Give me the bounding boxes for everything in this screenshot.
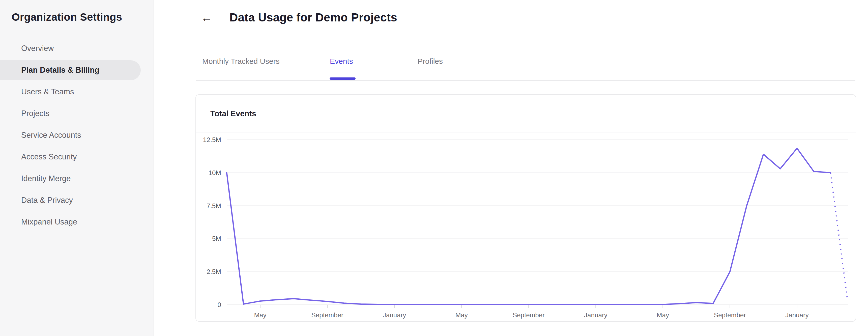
x-axis-label: September [714, 311, 746, 319]
y-axis-label: 5M [212, 235, 221, 242]
y-axis-label: 2.5M [207, 268, 221, 275]
x-axis-label: May [254, 311, 266, 319]
chart-svg: 12.5M10M7.5M5M2.5M0MaySeptemberJanuaryMa… [196, 133, 856, 321]
sidebar-item-data-privacy[interactable]: Data & Privacy [0, 189, 154, 211]
page-title: Data Usage for Demo Projects [229, 10, 397, 24]
y-axis-label: 7.5M [207, 202, 221, 210]
sidebar-item-projects[interactable]: Projects [0, 103, 154, 124]
total-events-projected-dotted-line [830, 173, 847, 299]
total-events-line [227, 148, 831, 304]
x-axis-label: January [383, 311, 406, 319]
y-axis-label: 10M [208, 169, 221, 177]
total-events-card: Total Events 12.5M10M7.5M5M2.5M0MaySepte… [195, 94, 856, 322]
tab-events[interactable]: Events [330, 57, 353, 66]
sidebar-item-identity-merge[interactable]: Identity Merge [0, 168, 154, 189]
sidebar: Organization Settings Overview Plan Deta… [0, 0, 154, 336]
sidebar-item-mixpanel-usage[interactable]: Mixpanel Usage [0, 211, 154, 233]
x-axis-label: January [785, 311, 809, 319]
tab-monthly-tracked-users[interactable]: Monthly Tracked Users [202, 57, 280, 66]
sidebar-title: Organization Settings [11, 11, 122, 23]
active-tab-underline [330, 78, 355, 80]
x-axis-label: September [513, 311, 545, 319]
sidebar-item-access-security[interactable]: Access Security [0, 146, 154, 168]
sidebar-item-service-accounts[interactable]: Service Accounts [0, 124, 154, 146]
sidebar-item-users-teams[interactable]: Users & Teams [0, 81, 154, 103]
sidebar-nav: Overview Plan Details & Billing Users & … [0, 38, 154, 233]
total-events-line-chart: 12.5M10M7.5M5M2.5M0MaySeptemberJanuaryMa… [196, 133, 856, 321]
card-header: Total Events [196, 95, 856, 132]
card-title: Total Events [210, 95, 256, 132]
x-axis-label: September [311, 311, 343, 319]
y-axis-label: 0 [218, 301, 221, 308]
back-arrow-icon[interactable]: ← [199, 10, 214, 25]
x-axis-label: May [657, 311, 669, 319]
x-axis-label: January [584, 311, 608, 319]
y-axis-label: 12.5M [203, 136, 221, 144]
sidebar-item-plan-details-billing[interactable]: Plan Details & Billing [0, 59, 154, 81]
x-axis-label: May [456, 311, 468, 319]
tab-profiles[interactable]: Profiles [417, 57, 443, 66]
sidebar-item-overview[interactable]: Overview [0, 38, 154, 59]
tabs-divider [196, 80, 856, 81]
